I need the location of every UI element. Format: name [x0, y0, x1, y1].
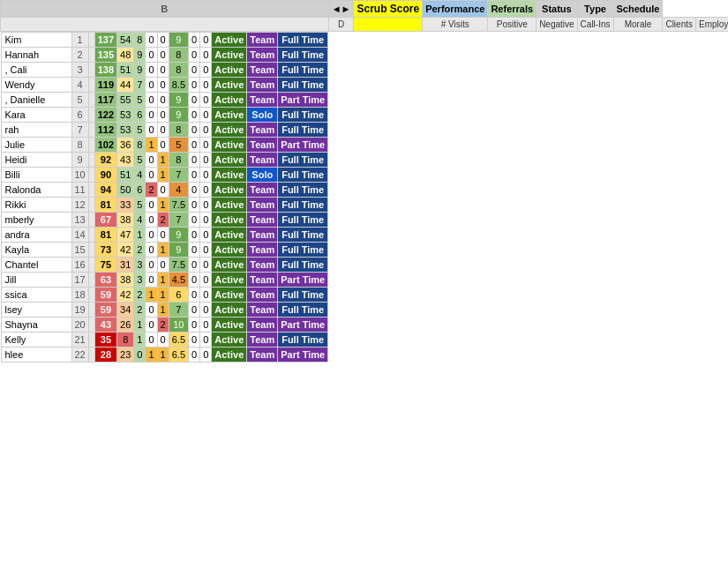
- name-cell: rah: [1, 123, 71, 138]
- row-index: 5: [71, 93, 88, 108]
- morale-value: 7: [169, 213, 188, 228]
- clients-value: 0: [189, 288, 200, 303]
- row-index: 8: [71, 138, 88, 153]
- type-value: Team: [247, 243, 278, 258]
- positive-value: 1: [134, 318, 146, 333]
- scrub-score-value: 119: [94, 78, 116, 93]
- col-b-sub: [1, 18, 329, 32]
- row-index: 18: [71, 288, 88, 303]
- table-row: lsey 19 59 34 2 0 1 7 0 0 Active Team Fu…: [1, 303, 328, 318]
- row-index: 21: [71, 333, 88, 348]
- row-b: [88, 33, 94, 48]
- name-cell: Julie: [1, 138, 71, 153]
- positive-value: 5: [134, 153, 146, 168]
- visits-value: 38: [117, 213, 134, 228]
- visits-value: 36: [117, 138, 134, 153]
- clients-value: 0: [189, 108, 200, 123]
- name-cell: Kayla: [1, 243, 71, 258]
- callins-value: 0: [157, 63, 169, 78]
- visits-value: 42: [117, 288, 134, 303]
- type-value: Team: [247, 213, 278, 228]
- row-index: 16: [71, 258, 88, 273]
- scrub-score-value: 43: [94, 318, 116, 333]
- name-cell: Chantel: [1, 258, 71, 273]
- clients-value: 0: [189, 348, 200, 363]
- scrub-score-value: 90: [94, 168, 116, 183]
- employees-value: 0: [200, 333, 212, 348]
- row-b: [88, 78, 94, 93]
- scrub-score-value: 73: [94, 243, 116, 258]
- employees-value: 0: [200, 303, 212, 318]
- positive-value: 6: [134, 108, 146, 123]
- scrub-score-value: 135: [94, 48, 116, 63]
- status-value: Active: [212, 48, 247, 63]
- table-row: Kelly 21 35 8 1 0 0 6.5 0 0 Active Team …: [1, 333, 328, 348]
- clients-value: 0: [189, 273, 200, 288]
- status-value: Active: [212, 243, 247, 258]
- scrub-score-value: 92: [94, 153, 116, 168]
- row-index: 15: [71, 243, 88, 258]
- scrub-score-value: 137: [94, 33, 116, 48]
- row-b: [88, 228, 94, 243]
- scrub-score-value: 59: [94, 303, 116, 318]
- employees-value: 0: [200, 168, 212, 183]
- type-value: Team: [247, 48, 278, 63]
- negative-value: 0: [146, 318, 157, 333]
- scrub-score-value: 81: [94, 228, 116, 243]
- status-value: Active: [212, 318, 247, 333]
- negative-value: 0: [146, 198, 157, 213]
- callins-value: 0: [157, 333, 169, 348]
- employees-value: 0: [200, 348, 212, 363]
- negative-value: 0: [146, 333, 157, 348]
- callins-value: 1: [157, 348, 169, 363]
- table-row: Chantel 16 75 31 3 0 0 7.5 0 0 Active Te…: [1, 258, 328, 273]
- row-b: [88, 108, 94, 123]
- type-value: Solo: [247, 108, 278, 123]
- status-value: Active: [212, 123, 247, 138]
- negative-value: 0: [146, 48, 157, 63]
- visits-value: 51: [117, 168, 134, 183]
- header-row-2: D # Visits Positive Negative Call-Ins Mo…: [1, 18, 729, 32]
- morale-sub: Morale: [613, 18, 663, 32]
- col-d-sub: D: [328, 18, 354, 32]
- scrub-score-value: 138: [94, 63, 116, 78]
- name-cell: hlee: [1, 348, 71, 363]
- row-b: [88, 153, 94, 168]
- schedule-value: Full Time: [278, 198, 328, 213]
- name-cell: Heidi: [1, 153, 71, 168]
- name-cell: lsey: [1, 303, 71, 318]
- row-b: [88, 123, 94, 138]
- schedule-value: Full Time: [278, 183, 328, 198]
- type-value: Solo: [247, 168, 278, 183]
- positive-value: 2: [134, 303, 146, 318]
- schedule-value: Full Time: [278, 243, 328, 258]
- negative-value: 0: [146, 243, 157, 258]
- morale-value: 6.5: [169, 333, 188, 348]
- clients-value: 0: [189, 93, 200, 108]
- negative-value: 0: [146, 273, 157, 288]
- row-index: 3: [71, 63, 88, 78]
- schedule-value: Part Time: [278, 273, 328, 288]
- schedule-value: Full Time: [278, 258, 328, 273]
- scrub-score-value: 63: [94, 273, 116, 288]
- clients-sub: Clients: [663, 18, 696, 32]
- status-value: Active: [212, 33, 247, 48]
- callins-value: 0: [157, 48, 169, 63]
- positive-value: 9: [134, 48, 146, 63]
- negative-value: 0: [146, 63, 157, 78]
- schedule-value: Part Time: [278, 138, 328, 153]
- employees-value: 0: [200, 153, 212, 168]
- callins-value: 0: [157, 93, 169, 108]
- clients-value: 0: [189, 183, 200, 198]
- morale-value: 9: [169, 228, 188, 243]
- name-cell: Shayna: [1, 318, 71, 333]
- name-cell: Hannah: [1, 48, 71, 63]
- employees-value: 0: [200, 228, 212, 243]
- status-value: Active: [212, 348, 247, 363]
- clients-value: 0: [189, 153, 200, 168]
- status-value: Active: [212, 258, 247, 273]
- positive-value: 5: [134, 198, 146, 213]
- visits-value: 43: [117, 153, 134, 168]
- visits-value: 55: [117, 93, 134, 108]
- type-header: Type: [577, 1, 613, 18]
